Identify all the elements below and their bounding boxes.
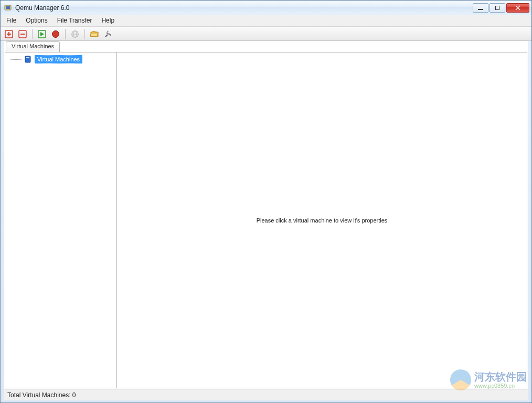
menubar: File Options File Transfer Help [1, 15, 531, 27]
titlebar: Qemu Manager 6.0 [1, 1, 531, 15]
network-button[interactable] [70, 29, 80, 39]
menu-help[interactable]: Help [97, 15, 119, 26]
toolbar-separator [65, 29, 66, 39]
stop-vm-button[interactable] [50, 29, 61, 39]
svg-line-15 [105, 35, 108, 37]
tab-virtual-machines[interactable]: Virtual Machines [6, 41, 60, 52]
svg-marker-10 [40, 32, 44, 36]
tools-button[interactable] [103, 29, 113, 39]
minimize-button[interactable] [473, 3, 488, 13]
maximize-button[interactable] [490, 3, 505, 13]
toolbar-separator [84, 29, 85, 39]
svg-rect-1 [6, 6, 10, 9]
svg-point-11 [52, 30, 59, 37]
start-vm-button[interactable] [37, 29, 47, 39]
detail-pane: Please click a virtual machine to view i… [117, 52, 527, 388]
tree-connector-icon [7, 55, 22, 64]
detail-placeholder-text: Please click a virtual machine to view i… [257, 217, 388, 224]
svg-rect-16 [25, 56, 30, 62]
statusbar: Total Virtual Machines: 0 [4, 389, 528, 400]
tabstrip: Virtual Machines [5, 41, 527, 52]
window-title: Qemu Manager 6.0 [15, 4, 472, 12]
svg-rect-17 [26, 57, 29, 58]
close-button[interactable] [506, 3, 529, 13]
menu-options[interactable]: Options [21, 15, 52, 26]
remove-vm-button[interactable] [17, 29, 28, 39]
main-area: Virtual Machines Please click a virtual … [5, 52, 527, 388]
menu-file[interactable]: File [2, 15, 21, 26]
tree-root-label: Virtual Machines [35, 55, 82, 63]
open-folder-button[interactable] [89, 29, 100, 39]
statusbar-text: Total Virtual Machines: 0 [7, 391, 76, 399]
toolbar [1, 27, 531, 41]
app-icon [4, 4, 12, 12]
toolbar-separator [32, 29, 33, 39]
add-vm-button[interactable] [4, 29, 14, 39]
menu-file-transfer[interactable]: File Transfer [52, 15, 97, 26]
folder-icon [24, 55, 33, 63]
tree-root-item[interactable]: Virtual Machines [7, 55, 116, 64]
tree-pane[interactable]: Virtual Machines [5, 52, 117, 388]
